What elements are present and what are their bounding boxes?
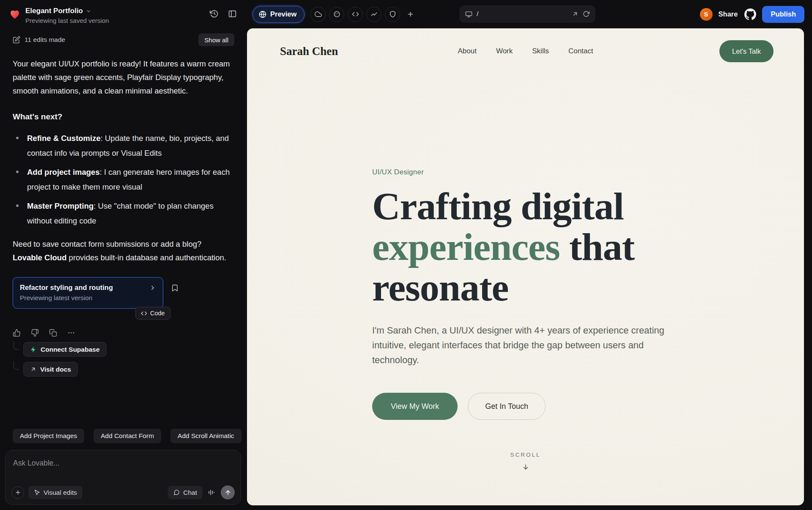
url-bar[interactable]: / <box>460 6 595 22</box>
scroll-label: SCROLL <box>510 452 540 458</box>
chat-mode-button[interactable]: Chat <box>168 486 203 499</box>
site-brand[interactable]: Sarah Chen <box>280 45 338 58</box>
share-button[interactable]: Share <box>719 10 738 18</box>
external-link-icon <box>30 366 36 372</box>
avatar-initial: S <box>704 11 708 18</box>
avatar[interactable]: S <box>700 8 713 21</box>
edits-count-label: 11 edits made <box>25 36 65 44</box>
analytics-chart-icon[interactable] <box>366 7 381 22</box>
bullet-bold: Master Prompting <box>27 201 93 210</box>
cloud-icon[interactable] <box>310 7 326 22</box>
cloud-note-pre: Need to save contact form submissions or… <box>13 240 201 248</box>
hero-title-line2-rest: that <box>560 225 634 268</box>
get-in-touch-button[interactable]: Get In Touch <box>468 393 546 420</box>
nav-contact[interactable]: Contact <box>568 47 593 55</box>
view-my-work-button[interactable]: View My Work <box>372 393 458 420</box>
chat-input[interactable] <box>13 459 234 468</box>
chat-input-container: Visual edits Chat <box>5 450 241 505</box>
version-card-subtitle: Previewing latest version <box>20 294 156 302</box>
chat-mode-label: Chat <box>183 489 197 496</box>
site-nav: About Work Skills Contact <box>458 47 593 55</box>
visit-docs-button[interactable]: Visit docs <box>23 362 78 377</box>
bullet-dot <box>16 171 19 173</box>
more-icon[interactable] <box>67 329 75 337</box>
sidebar-header: Elegant Portfolio Previewing last saved … <box>0 0 247 24</box>
show-all-button[interactable]: Show all <box>198 33 234 46</box>
tree-connector <box>14 361 19 369</box>
refresh-icon[interactable] <box>583 11 590 17</box>
whats-next-list: Refine & Customize: Update the name, bio… <box>13 131 233 228</box>
docs-row: Visit docs <box>13 362 233 377</box>
bookmark-icon[interactable] <box>171 284 179 292</box>
publish-button[interactable]: Publish <box>762 6 804 23</box>
toolbar-icons <box>310 7 417 22</box>
site-header: Sarah Chen About Work Skills Contact Let… <box>247 28 804 62</box>
edits-row: 11 edits made Show all <box>0 24 247 46</box>
supabase-row: Connect Supabase <box>13 342 233 357</box>
project-status: Previewing last saved version <box>25 17 109 24</box>
suggestion-add-contact-form[interactable]: Add Contact Form <box>93 429 161 443</box>
preview-button[interactable]: Preview <box>252 6 304 23</box>
suggestion-chips: Add Project Images Add Contact Form Add … <box>13 429 247 443</box>
preview-label: Preview <box>270 10 296 18</box>
list-item: Refine & Customize: Update the name, bio… <box>13 131 233 160</box>
hero-eyebrow: UI/UX Designer <box>372 168 770 176</box>
connect-supabase-label: Connect Supabase <box>41 346 100 353</box>
hero-section: UI/UX Designer Crafting digital experien… <box>372 168 770 420</box>
chevron-down-icon <box>86 8 91 14</box>
nav-work[interactable]: Work <box>496 47 513 55</box>
connect-supabase-button[interactable]: Connect Supabase <box>23 342 107 357</box>
scroll-indicator: SCROLL <box>510 452 540 471</box>
chat-bubble-icon <box>173 489 180 496</box>
scroll-down-arrow-icon <box>522 463 529 471</box>
thumbs-up-icon[interactable] <box>13 329 21 337</box>
url-path: / <box>477 10 478 18</box>
cloud-note-post: provides built-in database and authentic… <box>66 253 226 262</box>
hero-title-line3: resonate <box>372 267 770 308</box>
project-switcher[interactable]: Elegant Portfolio Previewing last saved … <box>25 7 109 24</box>
topbar: Preview / S <box>247 0 812 28</box>
device-monitor-icon[interactable] <box>465 11 472 18</box>
version-card-title: Refactor styling and routing <box>20 284 113 292</box>
suggestion-add-project-images[interactable]: Add Project Images <box>13 429 84 443</box>
hero-title-line1: Crafting digital <box>372 186 770 226</box>
nav-skills[interactable]: Skills <box>532 47 549 55</box>
preview-panel: Sarah Chen About Work Skills Contact Let… <box>247 28 804 505</box>
send-arrow-up-icon[interactable] <box>221 485 235 499</box>
chevron-right-icon <box>149 284 156 291</box>
assistant-intro-message: Your elegant UI/UX portfolio is ready! I… <box>13 57 233 98</box>
github-icon[interactable] <box>744 8 756 20</box>
version-card[interactable]: Refactor styling and routing Previewing … <box>13 277 163 309</box>
message-actions <box>13 329 233 337</box>
visual-edits-button[interactable]: Visual edits <box>28 486 82 499</box>
visual-edits-label: Visual edits <box>44 489 77 496</box>
project-name: Elegant Portfolio <box>25 7 83 15</box>
hero-buttons: View My Work Get In Touch <box>372 393 770 420</box>
lets-talk-button[interactable]: Let's Talk <box>719 40 774 62</box>
open-external-icon[interactable] <box>572 11 579 17</box>
code-chip-button[interactable]: Code <box>135 307 170 320</box>
panel-toggle-icon[interactable] <box>228 9 237 18</box>
hero-title-line2: experiences that <box>372 226 770 267</box>
bullet-dot <box>16 137 19 139</box>
edits-icon <box>13 36 20 44</box>
list-item: Master Prompting: Use "chat mode" to pla… <box>13 198 233 228</box>
attach-plus-icon[interactable] <box>11 486 24 499</box>
history-icon[interactable] <box>210 9 219 18</box>
thumbs-down-icon[interactable] <box>31 329 39 337</box>
supabase-icon <box>30 346 37 353</box>
cloud-note: Need to save contact form submissions or… <box>13 237 233 265</box>
voice-waveform-icon[interactable] <box>208 488 216 496</box>
nav-about[interactable]: About <box>458 47 476 55</box>
suggestion-add-scroll-animations[interactable]: Add Scroll Animatic <box>170 429 241 443</box>
palette-icon[interactable] <box>329 7 344 22</box>
topbar-right: S Share Publish <box>700 6 804 23</box>
code-icon[interactable] <box>348 7 363 22</box>
lovable-logo-icon[interactable] <box>8 8 21 20</box>
shield-icon[interactable] <box>385 7 400 22</box>
bullet-bold: Refine & Customize <box>27 134 101 143</box>
add-tool-plus-icon[interactable] <box>403 8 417 21</box>
cloud-note-bold: Lovable Cloud <box>13 253 66 262</box>
copy-icon[interactable] <box>49 329 57 337</box>
hero-title: Crafting digital experiences that resona… <box>372 186 770 308</box>
